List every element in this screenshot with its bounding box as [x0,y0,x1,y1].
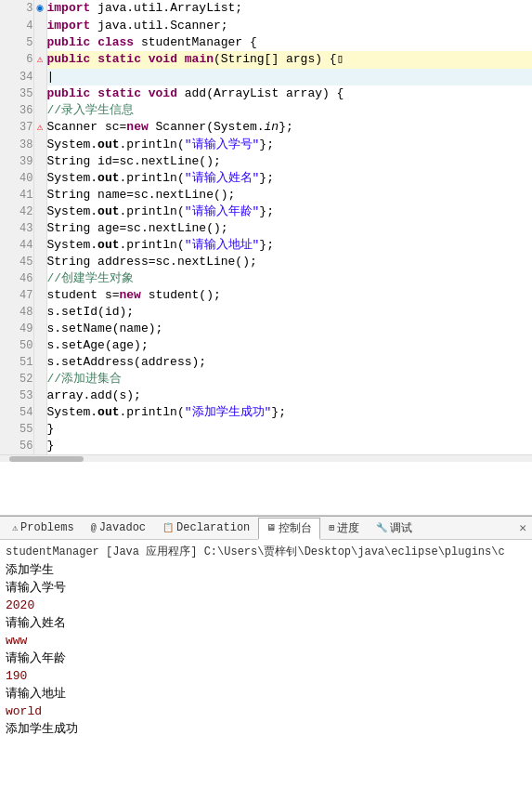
code-content[interactable]: import java.util.Scanner; [46,18,532,34]
code-text: }; [259,138,274,151]
code-content[interactable]: Scanner sc=new Scanner(System.in}; [46,119,532,137]
tab-label-problems: Problems [20,521,74,534]
code-line: 40 System.out.println("请输入姓名"}; [0,170,532,187]
code-line: 54 System.out.println("添加学生成功"}; [0,404,532,421]
code-line: 50 s.setAge(age); [0,337,532,354]
breakpoint-icon: ◉ [36,2,43,15]
error-icon: ⚠ [37,122,44,133]
code-line: 56} [0,438,532,454]
code-content[interactable]: public class studentManager { [46,34,532,51]
scrollbar-thumb[interactable] [9,456,84,462]
keyword: void [149,52,177,66]
code-text: } [47,439,55,453]
code-content[interactable]: s.setName(name); [46,321,532,337]
console-header: studentManager [Java 应用程序] C:\Users\贾梓钊\… [6,544,526,559]
tab-problems[interactable]: ⚠Problems [4,517,83,539]
code-text: s.setAddress(address); [47,355,207,369]
code-content[interactable]: s.setId(id); [46,304,532,321]
code-text [141,86,149,100]
code-content[interactable]: String age=sc.nextLine(); [46,220,532,237]
code-text: studentManager { [134,35,257,49]
comment: //添加进集合 [47,372,123,386]
tab-console[interactable]: 🖥控制台 [258,518,320,540]
code-text: .println( [120,238,185,252]
code-line: 37⚠ Scanner sc=new Scanner(System.in}; [0,119,532,137]
console-line: 添加学生 [6,561,526,579]
code-content[interactable]: import java.util.ArrayList; [46,0,532,18]
line-number: 40 [0,170,33,187]
code-content[interactable]: array.add(s); [46,387,532,404]
line-icon [33,153,46,170]
console-line: 2020 [6,597,526,614]
line-icon: ⚠ [33,119,46,137]
code-content[interactable]: System.out.println("请输入年龄"}; [46,204,532,220]
code-content[interactable]: student s=new student(); [46,287,532,304]
code-content[interactable]: s.setAge(age); [46,337,532,354]
code-content[interactable]: System.out.println("请输入姓名"}; [46,170,532,187]
line-number: 45 [0,254,33,270]
tab-icon-console: 🖥 [266,522,276,533]
line-number: 55 [0,421,33,438]
horizontal-scrollbar[interactable] [0,454,532,462]
code-content[interactable]: public static void add(ArrayList array) … [46,85,532,102]
code-text: String address=sc.nextLine(); [47,255,257,269]
line-number: 43 [0,220,33,237]
code-line: 34| [0,69,532,85]
code-text: System. [47,138,98,151]
code-content[interactable]: String name=sc.nextLine(); [46,187,532,204]
code-text: } [47,422,55,436]
code-line: 52 //添加进集合 [0,371,532,387]
code-content[interactable]: System.out.println("添加学生成功"}; [46,404,532,421]
code-content[interactable]: //录入学生信息 [46,102,532,119]
line-icon [33,237,46,254]
tab-declaration[interactable]: 📋Declaration [154,517,258,539]
code-text: System. [47,238,98,252]
tab-javadoc[interactable]: @Javadoc [83,517,154,539]
line-number: 50 [0,337,33,354]
code-text [141,52,149,66]
code-text: student(); [141,288,221,302]
line-icon [33,254,46,270]
code-text: s.setName(name); [47,322,163,335]
close-console-button[interactable]: ✕ [519,520,526,535]
code-text [90,86,97,100]
code-text: }; [271,405,286,419]
code-line: 36 //录入学生信息 [0,102,532,119]
code-content[interactable]: System.out.println("请输入地址"}; [46,237,532,254]
line-icon [33,187,46,204]
code-content[interactable]: } [46,438,532,454]
code-line: 48 s.setId(id); [0,304,532,321]
code-content[interactable]: String id=sc.nextLine(); [46,153,532,170]
line-icon [33,102,46,119]
code-content[interactable]: String address=sc.nextLine(); [46,254,532,270]
line-number: 41 [0,187,33,204]
line-number: 56 [0,438,33,454]
string-literal: "请输入学号" [185,138,260,151]
code-content[interactable]: | [46,69,532,85]
tab-progress[interactable]: ⊞进度 [320,517,368,539]
comment: //创建学生对象 [47,271,135,285]
code-content[interactable]: s.setAddress(address); [46,354,532,371]
code-content[interactable]: System.out.println("请输入学号"}; [46,137,532,153]
line-number: 51 [0,354,33,371]
line-number: 36 [0,102,33,119]
code-content[interactable]: //创建学生对象 [46,270,532,287]
line-icon [33,69,46,85]
code-table: 3◉import java.util.ArrayList;4import jav… [0,0,532,454]
line-number: 3 [0,0,33,18]
error-icon: ⚠ [37,54,44,65]
code-text: Scanner sc= [47,120,127,134]
code-text: .println( [120,204,185,218]
tab-debug[interactable]: 🔧调试 [368,517,421,539]
string-literal: "请输入地址" [185,238,260,252]
line-number: 4 [0,18,33,34]
line-icon [33,321,46,337]
code-content[interactable]: //添加进集合 [46,371,532,387]
code-content[interactable]: public static void main(String[] args) {… [46,51,532,69]
tab-label-javadoc: Javadoc [99,521,146,534]
code-text: }; [259,204,274,218]
code-content[interactable]: } [46,421,532,438]
code-text: s.setAge(age); [47,338,149,352]
line-icon [33,404,46,421]
code-editor[interactable]: 3◉import java.util.ArrayList;4import jav… [0,0,532,516]
